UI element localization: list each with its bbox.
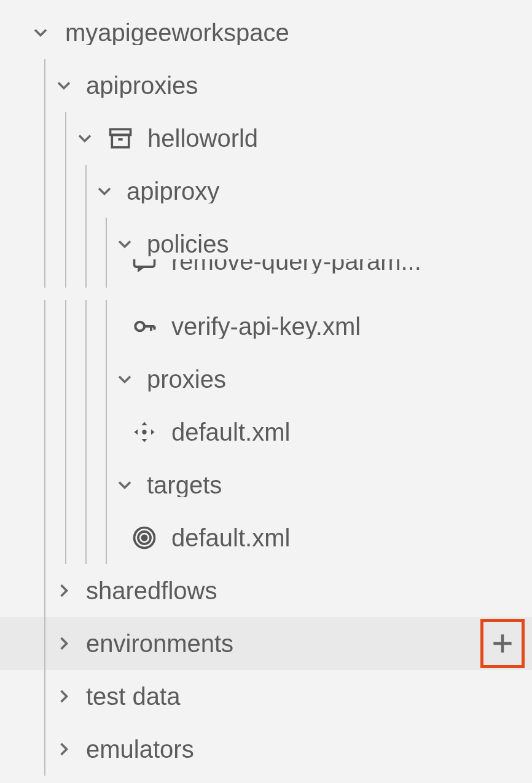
chevron-right-icon bbox=[52, 580, 76, 602]
tree-item-workspace[interactable]: myapigeeworkspace bbox=[0, 6, 532, 59]
tree-item-verify-api-key[interactable]: verify-api-key.xml bbox=[0, 300, 532, 353]
svg-point-8 bbox=[142, 430, 146, 434]
tree-item-label: apiproxies bbox=[86, 73, 532, 98]
move-icon bbox=[128, 419, 160, 446]
tree-item-apiproxy[interactable]: apiproxy bbox=[0, 165, 532, 218]
add-environment-button[interactable] bbox=[480, 619, 525, 668]
chevron-down-icon bbox=[52, 74, 76, 96]
chevron-down-icon bbox=[28, 22, 53, 44]
tree-item-targets[interactable]: targets bbox=[0, 458, 532, 511]
tree-item-label: sharedflows bbox=[86, 578, 532, 603]
chevron-down-icon bbox=[92, 180, 117, 202]
svg-point-4 bbox=[135, 322, 144, 331]
tree-item-label: default.xml bbox=[171, 525, 532, 550]
tree-item-label: helloworld bbox=[147, 126, 532, 151]
tree-item-label: remove-query-param... bbox=[171, 259, 421, 273]
tree-item-apiproxies[interactable]: apiproxies bbox=[0, 59, 532, 112]
tree-item-label: test data bbox=[86, 684, 532, 709]
tree-item-environments[interactable]: environments bbox=[0, 617, 532, 670]
tree-item-emulators[interactable]: emulators bbox=[0, 723, 532, 776]
chevron-down-icon bbox=[112, 368, 137, 390]
tree-item-label: policies bbox=[147, 232, 532, 256]
tree-item-label: proxies bbox=[147, 367, 532, 392]
tree-item-label: verify-api-key.xml bbox=[171, 314, 532, 339]
chevron-right-icon bbox=[52, 685, 76, 707]
tree-item-label: default.xml bbox=[171, 420, 532, 444]
target-icon bbox=[128, 524, 160, 551]
chevron-down-icon bbox=[72, 127, 97, 149]
tree-item-proxies[interactable]: proxies bbox=[0, 353, 532, 406]
tree-item-label: myapigeeworkspace bbox=[65, 20, 532, 45]
chevron-right-icon bbox=[52, 632, 76, 655]
tree-item-label: emulators bbox=[86, 737, 532, 761]
file-tree: myapigeeworkspace apiproxies helloworld bbox=[0, 0, 532, 776]
tree-item-targets-default[interactable]: default.xml bbox=[0, 511, 532, 564]
svg-point-11 bbox=[142, 535, 146, 540]
svg-rect-3 bbox=[135, 259, 155, 267]
tree-item-remove-query-param[interactable]: remove-query-param... bbox=[0, 259, 532, 300]
tree-item-label: targets bbox=[147, 473, 532, 497]
tree-item-proxies-default[interactable]: default.xml bbox=[0, 406, 532, 458]
tree-item-sharedflows[interactable]: sharedflows bbox=[0, 564, 532, 617]
tree-item-label: environments bbox=[86, 631, 532, 656]
chevron-down-icon bbox=[112, 474, 137, 496]
key-icon bbox=[128, 313, 160, 340]
chevron-down-icon bbox=[112, 233, 137, 255]
tree-item-helloworld[interactable]: helloworld bbox=[0, 112, 532, 165]
tree-item-label: apiproxy bbox=[127, 179, 532, 203]
svg-rect-1 bbox=[112, 135, 129, 148]
message-icon bbox=[128, 259, 160, 275]
chevron-right-icon bbox=[52, 738, 76, 760]
archive-icon bbox=[104, 125, 136, 152]
tree-item-test-data[interactable]: test data bbox=[0, 670, 532, 723]
